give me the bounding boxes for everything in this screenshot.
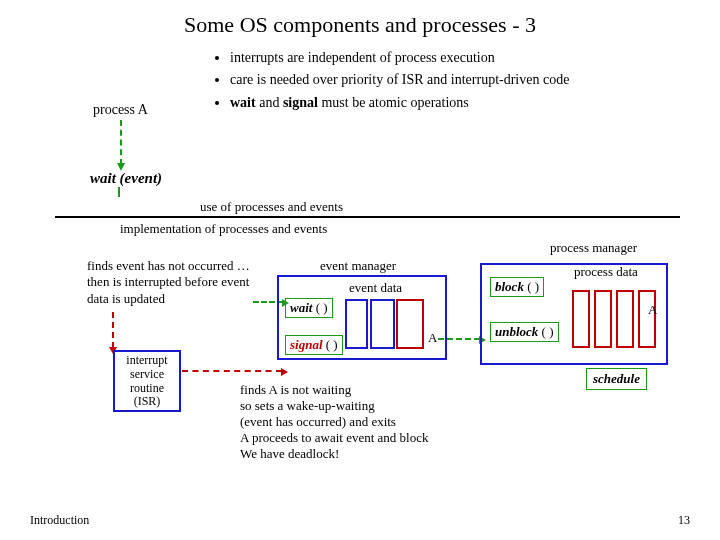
arrow-right-red-icon <box>182 370 282 372</box>
arrow-down-icon <box>120 120 122 165</box>
bullet-3-post: must be atomic operations <box>318 95 469 110</box>
wait-fn-paren: ( ) <box>312 300 327 315</box>
process-a-label: process A <box>93 102 148 118</box>
block-fn-label: block <box>495 279 524 294</box>
finds-event-text: finds event has not occurred … then is i… <box>87 258 257 307</box>
signal-fn-paren: ( ) <box>323 337 338 352</box>
bullet-2: care is needed over priority of ISR and … <box>230 69 569 91</box>
process-a-col-label: A <box>648 302 657 318</box>
isr-line: routine <box>115 382 179 396</box>
isr-line: interrupt <box>115 354 179 368</box>
divider-line <box>55 216 680 218</box>
bullet-3: wait and signal must be atomic operation… <box>230 92 569 114</box>
bullet-3-mid: and <box>256 95 283 110</box>
arrow-stub-icon <box>118 187 120 197</box>
block-fn-paren: ( ) <box>524 279 539 294</box>
footer-left: Introduction <box>30 513 89 528</box>
impl-of-label: implementation of processes and events <box>120 221 327 237</box>
wait-fn-label: wait <box>290 300 312 315</box>
process-data-cols <box>572 290 658 348</box>
event-manager-title: event manager <box>320 258 396 274</box>
isr-line: (ISR) <box>115 395 179 409</box>
bullet-1: interrupts are independent of process ex… <box>230 47 569 69</box>
event-data-col <box>370 299 395 349</box>
arrow-right-icon <box>438 338 480 340</box>
event-data-col-red <box>396 299 424 349</box>
bullet-list: interrupts are independent of process ex… <box>230 47 569 114</box>
event-data-label: event data <box>349 280 402 296</box>
signal-fn-label: signal <box>290 337 323 352</box>
wait-fn-box: wait ( ) <box>285 298 333 318</box>
wait-event-label: wait (event) <box>90 170 162 187</box>
slide-title: Some OS components and processes - 3 <box>0 0 720 38</box>
bullet-3-signal: signal <box>283 95 318 110</box>
use-of-label: use of processes and events <box>200 199 343 215</box>
isr-line: service <box>115 368 179 382</box>
process-data-label: process data <box>574 264 638 280</box>
unblock-fn-box: unblock ( ) <box>490 322 559 342</box>
signal-fn-box: signal ( ) <box>285 335 343 355</box>
event-a-label: A <box>428 330 437 346</box>
arrow-down-red-icon <box>112 312 114 348</box>
unblock-fn-paren: ( ) <box>538 324 553 339</box>
isr-box: interrupt service routine (ISR) <box>113 350 181 412</box>
event-data-col <box>345 299 368 349</box>
bullet-3-wait: wait <box>230 95 256 110</box>
schedule-box: schedule <box>586 368 647 390</box>
block-fn-box: block ( ) <box>490 277 544 297</box>
process-manager-title: process manager <box>550 240 637 256</box>
unblock-fn-label: unblock <box>495 324 538 339</box>
footer-page-number: 13 <box>678 513 690 528</box>
finds-a-text: finds A is not waiting so sets a wake-up… <box>240 382 428 462</box>
